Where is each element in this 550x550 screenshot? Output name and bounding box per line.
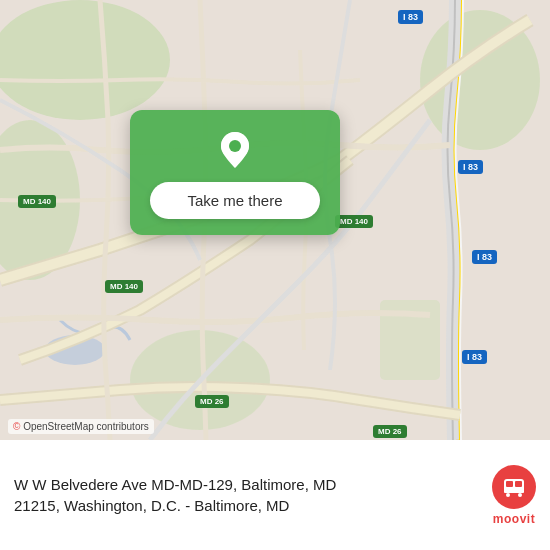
osm-credit: © OpenStreetMap contributors <box>8 419 154 434</box>
badge-i83-bot: I 83 <box>462 350 487 364</box>
svg-point-8 <box>229 140 241 152</box>
badge-i83-mid2: I 83 <box>472 250 497 264</box>
badge-md140-left: MD 140 <box>18 195 56 208</box>
svg-rect-12 <box>504 490 524 493</box>
svg-rect-10 <box>506 481 513 487</box>
map-container: I 83 I 83 I 83 I 83 MD 140 MD 140 MD 140… <box>0 0 550 440</box>
take-me-there-button[interactable]: Take me there <box>150 182 320 219</box>
badge-i83-mid1: I 83 <box>458 160 483 174</box>
bus-svg <box>501 474 527 500</box>
svg-point-13 <box>506 493 510 497</box>
address-info: W W Belvedere Ave MD-MD-129, Baltimore, … <box>14 474 480 516</box>
info-bar: W W Belvedere Ave MD-MD-129, Baltimore, … <box>0 440 550 550</box>
moovit-bus-icon <box>492 465 536 509</box>
svg-point-14 <box>518 493 522 497</box>
address-line2: 21215, Washington, D.C. - Baltimore, MD <box>14 495 480 516</box>
badge-md26-right: MD 26 <box>373 425 407 438</box>
badge-i83-top: I 83 <box>398 10 423 24</box>
moovit-logo: moovit <box>492 465 536 526</box>
badge-md26-left: MD 26 <box>195 395 229 408</box>
location-card: Take me there <box>130 110 340 235</box>
moovit-label: moovit <box>493 512 535 526</box>
svg-rect-11 <box>515 481 522 487</box>
badge-md140-right: MD 140 <box>335 215 373 228</box>
address-line1: W W Belvedere Ave MD-MD-129, Baltimore, … <box>14 474 480 495</box>
location-pin-icon <box>213 128 257 172</box>
badge-md140-center: MD 140 <box>105 280 143 293</box>
